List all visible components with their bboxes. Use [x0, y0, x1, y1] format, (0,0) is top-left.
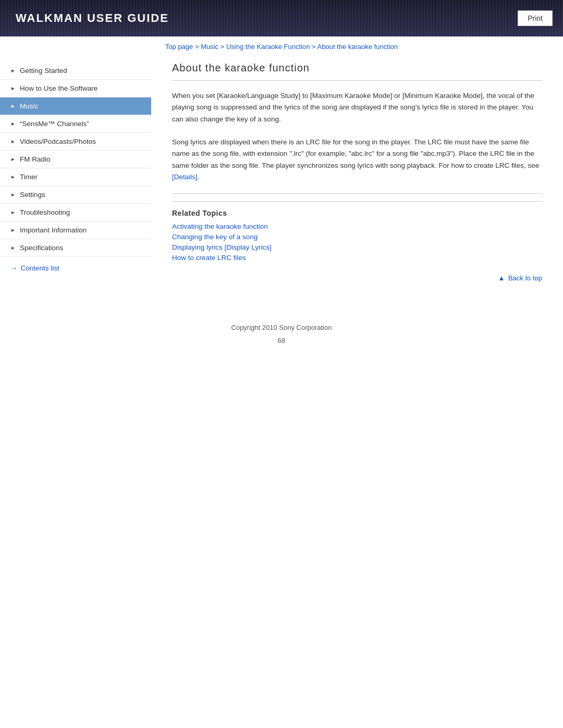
breadcrumb-item-karaoke-function[interactable]: Using the Karaoke Function [226, 43, 310, 51]
print-button[interactable]: Print [518, 10, 553, 26]
sidebar-item-getting-started[interactable]: ► Getting Started [0, 62, 151, 80]
sidebar-item-timer[interactable]: ► Timer [0, 168, 151, 186]
sidebar-label-timer: Timer [20, 173, 38, 181]
sidebar-label-important-info: Important Information [20, 226, 87, 234]
sidebar-label-settings: Settings [20, 191, 45, 199]
arrow-icon-getting-started: ► [10, 68, 16, 73]
sidebar-label-videos: Videos/Podcasts/Photos [20, 138, 96, 145]
copyright-text: Copyright 2010 Sony Corporation [0, 313, 563, 337]
arrow-icon-how-to-use: ► [10, 85, 16, 91]
sidebar-item-how-to-use[interactable]: ► How to Use the Software [0, 80, 151, 97]
sidebar: ► Getting Started ► How to Use the Softw… [0, 57, 151, 298]
related-link-how-to-create-lrc[interactable]: How to create LRC files [172, 254, 542, 262]
related-topics-title: Related Topics [172, 209, 542, 217]
contents-list-label: Contents list [21, 264, 59, 272]
back-to-top-link[interactable]: ▲ Back to top [498, 274, 542, 282]
arrow-icon-specifications: ► [10, 245, 16, 251]
sidebar-label-getting-started: Getting Started [20, 67, 67, 75]
divider [172, 193, 542, 194]
sidebar-label-how-to-use: How to Use the Software [20, 84, 97, 92]
arrow-icon-important-info: ► [10, 227, 16, 233]
sidebar-item-music[interactable]: ► Music [0, 97, 151, 115]
sidebar-item-fm-radio[interactable]: ► FM Radio [0, 151, 151, 168]
breadcrumb: Top page > Music > Using the Karaoke Fun… [0, 36, 563, 57]
back-to-top-label: Back to top [508, 274, 542, 282]
arrow-icon-sensme: ► [10, 121, 16, 127]
sidebar-item-sensme[interactable]: ► “SensMe™ Channels” [0, 115, 151, 133]
breadcrumb-item-music[interactable]: Music [201, 43, 218, 51]
breadcrumb-separator-1: > [195, 43, 201, 51]
main-layout: ► Getting Started ► How to Use the Softw… [0, 57, 563, 313]
sidebar-item-troubleshooting[interactable]: ► Troubleshooting [0, 204, 151, 221]
main-content: About the karaoke function When you set … [151, 57, 563, 298]
breadcrumb-item-current[interactable]: About the karaoke function [317, 43, 398, 51]
breadcrumb-item-top[interactable]: Top page [165, 43, 193, 51]
arrow-icon-timer: ► [10, 174, 16, 180]
back-to-top: ▲ Back to top [172, 271, 542, 282]
sidebar-label-troubleshooting: Troubleshooting [20, 208, 70, 216]
page-number: 68 [0, 337, 563, 355]
related-link-activating[interactable]: Activating the karaoke function [172, 223, 542, 230]
sidebar-label-specifications: Specifications [20, 244, 63, 252]
breadcrumb-separator-2: > [221, 43, 226, 51]
sidebar-label-fm-radio: FM Radio [20, 155, 51, 163]
sidebar-item-settings[interactable]: ► Settings [0, 186, 151, 204]
page-title: About the karaoke function [172, 62, 542, 81]
arrow-icon-settings: ► [10, 192, 16, 198]
body-text: When you set [Karaoke/Language Study] to… [172, 90, 542, 183]
related-topics-section: Related Topics Activating the karaoke fu… [172, 201, 542, 262]
sidebar-item-specifications[interactable]: ► Specifications [0, 239, 151, 257]
arrow-icon-videos: ► [10, 139, 16, 144]
app-title: WALKMAN User Guide [0, 11, 169, 25]
sidebar-label-music: Music [20, 102, 38, 110]
related-link-changing-key[interactable]: Changing the key of a song [172, 233, 542, 241]
contents-list-link[interactable]: → Contents list [0, 257, 151, 277]
contents-arrow-icon: → [10, 264, 18, 272]
arrow-icon-music: ► [10, 103, 16, 109]
sidebar-item-important-info[interactable]: ► Important Information [0, 221, 151, 239]
breadcrumb-separator-3: > [312, 43, 317, 51]
sidebar-item-videos[interactable]: ► Videos/Podcasts/Photos [0, 133, 151, 151]
sidebar-label-sensme: “SensMe™ Channels” [20, 120, 89, 128]
arrow-icon-fm-radio: ► [10, 156, 16, 162]
page-header: WALKMAN User Guide Print [0, 0, 563, 36]
triangle-icon: ▲ [498, 274, 505, 282]
related-link-displaying-lyrics[interactable]: Displaying lyrics [Display Lyrics] [172, 243, 542, 251]
details-link[interactable]: [Details] [172, 173, 198, 181]
arrow-icon-troubleshooting: ► [10, 209, 16, 215]
